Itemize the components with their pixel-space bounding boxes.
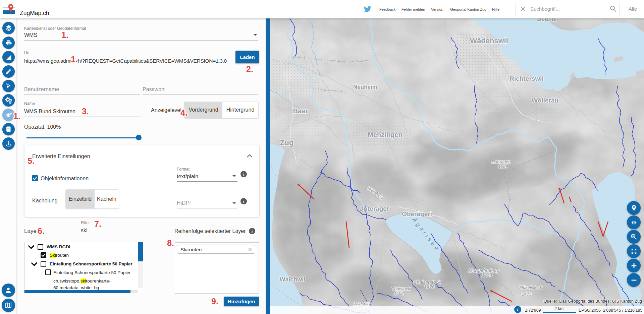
svg-text:Müsellstock: Müsellstock xyxy=(519,285,542,290)
svg-text:Wädenswil: Wädenswil xyxy=(470,37,508,45)
svg-text:1502: 1502 xyxy=(394,291,404,296)
svg-text:Hohronen: Hohronen xyxy=(491,159,511,164)
svg-text:Walchwil: Walchwil xyxy=(280,276,305,283)
svg-text:Unterägeri: Unterägeri xyxy=(359,205,391,212)
svg-text:1229: 1229 xyxy=(498,164,508,169)
svg-text:1475: 1475 xyxy=(522,292,532,297)
svg-text:Richterswil: Richterswil xyxy=(509,75,543,82)
svg-text:Türlistock: Türlistock xyxy=(391,286,411,291)
svg-text:Neuheim: Neuheim xyxy=(353,84,377,90)
svg-text:Stäfa: Stäfa xyxy=(536,18,556,23)
svg-text:Wollerau: Wollerau xyxy=(532,97,558,104)
svg-text:1244: 1244 xyxy=(482,272,492,278)
svg-text:Oberägeri: Oberägeri xyxy=(402,210,432,217)
svg-text:Zug: Zug xyxy=(280,138,293,147)
svg-text:Menzingen: Menzingen xyxy=(368,131,402,138)
svg-text:1426: 1426 xyxy=(424,284,434,290)
svg-text:Baar: Baar xyxy=(293,107,308,115)
